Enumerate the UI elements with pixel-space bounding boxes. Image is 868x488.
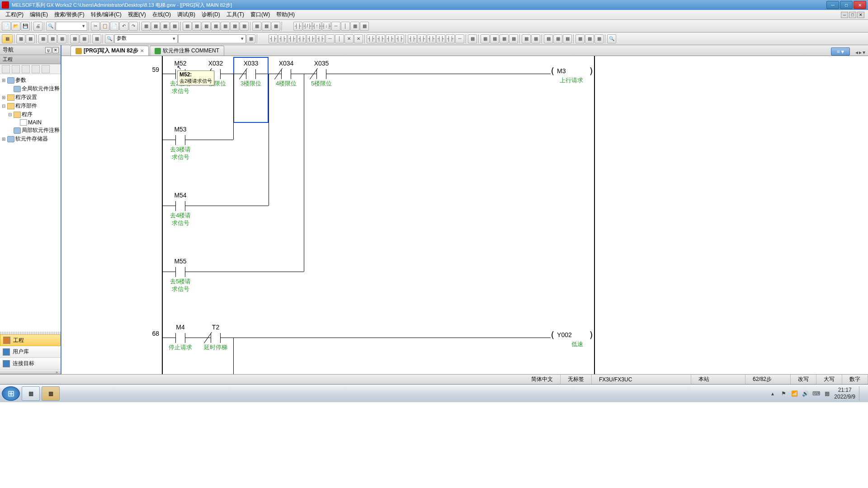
task-gxworks[interactable]: ▦ [42, 386, 60, 401]
tb2-ld-4[interactable]: ┤├ [297, 34, 306, 43]
menu-debug[interactable]: 调试(B) [175, 10, 197, 19]
language-flag-button[interactable]: ≡ ▾ [831, 47, 850, 56]
tb2-ld-17[interactable]: ┤├ [427, 34, 436, 43]
cut-button[interactable]: ✂ [91, 22, 100, 31]
tb-ld-1[interactable]: ┤├ [293, 22, 302, 31]
tb-btn-f[interactable]: ▦ [192, 22, 201, 31]
tb-btn-a[interactable]: ▦ [142, 22, 151, 31]
tb2-ld-32[interactable]: ▦ [585, 34, 594, 43]
new-button[interactable]: 📄 [2, 22, 11, 31]
mdi-restore-button[interactable]: □ [849, 12, 856, 18]
tb-ld-5[interactable]: ─ [331, 22, 340, 31]
mdi-minimize-button[interactable]: ─ [841, 12, 848, 18]
menu-help[interactable]: 帮助(H) [274, 10, 297, 19]
tree-item[interactable]: ⊟程序 [1, 110, 60, 119]
tb2-g[interactable]: ▦ [80, 34, 89, 43]
tb-btn-e[interactable]: ▦ [183, 22, 192, 31]
paste-button[interactable]: 📄 [110, 22, 119, 31]
tab-main[interactable]: [PRG]写入 MAIN 82步 ✕ [71, 46, 149, 56]
tb-btn-k[interactable]: ▦ [240, 22, 249, 31]
tab-nav-menu[interactable]: ▾ [863, 49, 865, 56]
mdi-close-button[interactable]: ✕ [857, 12, 864, 18]
nav-pin-button[interactable]: џ [45, 47, 52, 53]
tb-btn-h[interactable]: ▦ [211, 22, 220, 31]
search-combo-2[interactable] [178, 34, 246, 43]
tray-network-icon[interactable]: 📶 [791, 390, 798, 397]
tb2-ld-15[interactable]: ┤├ [408, 34, 417, 43]
tb2-main[interactable]: ▦ [2, 34, 13, 43]
tb-ld-4[interactable]: ┤↓├ [322, 22, 331, 31]
ladder-contact[interactable]: X0344楼限位 [269, 60, 304, 88]
tb2-ld-7[interactable]: ─ [326, 34, 335, 43]
tree-item[interactable]: ⊞程序设置 [1, 93, 60, 102]
nav-more-button[interactable]: » [0, 370, 61, 374]
menu-diagnose[interactable]: 诊断(D) [200, 10, 222, 19]
tray-flag-icon[interactable]: ⚑ [780, 390, 787, 397]
nav-icon-2[interactable] [12, 65, 20, 73]
zoom-combo[interactable] [56, 22, 87, 31]
maximize-button[interactable]: □ [840, 1, 853, 9]
nav-section-button[interactable]: 用户库 [0, 346, 61, 358]
menu-find[interactable]: 搜索/替换(F) [52, 10, 86, 19]
menu-project[interactable]: 工程(P) [4, 10, 25, 19]
tree-item[interactable]: ⊞软元件存储器 [1, 135, 60, 143]
tray-misc-icon[interactable]: ▦ [823, 390, 830, 397]
tb-btn-d[interactable]: ▦ [170, 22, 179, 31]
tree-item[interactable]: ⊞参数 [1, 76, 60, 84]
tab-comment[interactable]: 软元件注释 COMMENT [150, 46, 224, 56]
tb-ld-2[interactable]: ┤/├ [303, 22, 312, 31]
tb2-f[interactable]: ▦ [70, 34, 79, 43]
ladder-contact[interactable]: T2延时停梯 [198, 324, 233, 352]
tree-item[interactable]: 局部软元件注释 [1, 126, 60, 135]
copy-button[interactable]: 📋 [100, 22, 109, 31]
tb2-e[interactable]: ▦ [57, 34, 66, 43]
tb2-ld-1[interactable]: ┤├ [269, 34, 278, 43]
menu-tools[interactable]: 工具(T) [225, 10, 246, 19]
nav-icon-1[interactable] [2, 65, 10, 73]
tb2-ld-19[interactable]: ┤├ [446, 34, 455, 43]
tb2-ld-10[interactable]: ✕ [354, 34, 363, 43]
tb-btn-j[interactable]: ▦ [230, 22, 239, 31]
tb2-ld-27[interactable]: ▦ [531, 34, 540, 43]
nav-close-button[interactable]: ✕ [52, 47, 59, 53]
tab-nav-left[interactable]: ◂ [855, 49, 858, 56]
open-button[interactable]: 📂 [11, 22, 20, 31]
tree-item[interactable]: ⊟程序部件 [1, 102, 60, 110]
tb2-ld-34[interactable]: 🔍 [607, 34, 616, 43]
tray-ime-icon[interactable]: ⌨ [812, 390, 820, 397]
tab-nav-right[interactable]: ▸ [859, 49, 862, 56]
tb-ld-6[interactable]: │ [341, 22, 350, 31]
ladder-contact[interactable]: M55去5楼请求信号 [163, 258, 198, 293]
save-button[interactable]: 💾 [21, 22, 30, 31]
tb-btn-b[interactable]: ▦ [151, 22, 160, 31]
tb2-ld-18[interactable]: ┤├ [436, 34, 445, 43]
tb-btn-g[interactable]: ▦ [202, 22, 211, 31]
tb2-ld-9[interactable]: ✕ [344, 34, 354, 43]
tb2-ld-6[interactable]: ┤├ [316, 34, 325, 43]
tb-ld-7[interactable]: ▦ [350, 22, 359, 31]
tb2-c[interactable]: ▦ [38, 34, 47, 43]
tray-volume-icon[interactable]: 🔊 [802, 390, 809, 397]
tb2-ld-13[interactable]: ┤├ [386, 34, 395, 43]
task-pinned-1[interactable]: ▦ [22, 386, 40, 401]
nav-section-button[interactable]: 工程 [0, 334, 61, 346]
nav-icon-5[interactable] [42, 65, 50, 73]
ladder-contact[interactable]: X0355楼限位 [304, 60, 339, 88]
tb2-ld-28[interactable]: ▦ [544, 34, 553, 43]
tb2-d[interactable]: ▦ [48, 34, 57, 43]
close-button[interactable]: ✕ [854, 1, 866, 9]
search-combo[interactable]: 参数 [114, 34, 178, 43]
tb-btn-n[interactable]: ▦ [271, 22, 280, 31]
ladder-editor[interactable]: 59M52去2楼请求信号X0322楼限位X0333楼限位X0344楼限位X035… [61, 56, 868, 374]
tb2-ld-3[interactable]: ┤├ [288, 34, 297, 43]
tb2-ld-31[interactable]: ▦ [576, 34, 585, 43]
tb2-ld-5[interactable]: ┤├ [307, 34, 316, 43]
tb2-ld-25[interactable]: ▦ [509, 34, 518, 43]
ladder-coil[interactable]: (Y002)低速 [550, 329, 594, 348]
tb-ld-8[interactable]: ▦ [360, 22, 369, 31]
menu-edit[interactable]: 编辑(E) [28, 10, 50, 19]
tab-main-close[interactable]: ✕ [140, 48, 144, 53]
ladder-contact[interactable]: M54去4楼请求信号 [163, 192, 198, 227]
redo-button[interactable]: ↷ [129, 22, 138, 31]
tb2-h[interactable]: ▦ [92, 34, 101, 43]
